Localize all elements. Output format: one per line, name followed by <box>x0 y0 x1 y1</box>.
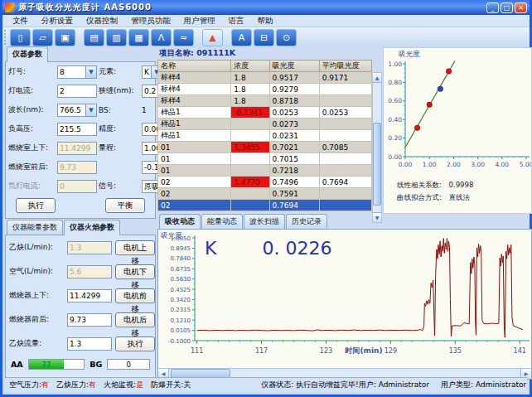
wavelength-select[interactable]: 766.5▼ <box>57 104 97 117</box>
scroll-thumb[interactable] <box>373 123 381 206</box>
user-type-label: 用户类型: <box>441 380 473 389</box>
table-row[interactable]: 010.7218 <box>158 165 372 177</box>
menu-分析设置[interactable]: 分析设置 <box>35 16 80 27</box>
scroll-up-arrow[interactable]: ▲ <box>373 73 381 83</box>
power-icon[interactable]: ⊙ <box>276 29 297 46</box>
motor-up-button[interactable]: 电机上移 <box>115 240 155 255</box>
motor-down-button[interactable]: 电机下移 <box>115 264 155 279</box>
table-row[interactable]: 标样41.80.8718 <box>158 95 372 107</box>
menu-用户管理[interactable]: 用户管理 <box>177 16 222 27</box>
tab-absorption-dynamic[interactable]: 吸收动态 <box>159 214 201 230</box>
table-row[interactable]: 样品10.0231 <box>158 130 372 142</box>
new-icon[interactable]: ▯ <box>10 29 31 46</box>
lamp-panel-2-icon[interactable]: ▥ <box>106 29 127 46</box>
tab-energy-params[interactable]: 仪器能量参数 <box>7 220 63 235</box>
balance-button[interactable]: 平衡 <box>105 198 145 213</box>
cell-name: 02 <box>158 200 231 211</box>
user-label: 用户: <box>359 380 376 389</box>
lamp-panel-2-glyph: ▥ <box>112 32 120 43</box>
power-glyph: ⊙ <box>283 32 290 43</box>
menu-文件[interactable]: 文件 <box>6 16 35 27</box>
cell-concentration <box>231 153 269 165</box>
table-row[interactable]: 样品1-0.12410.02530.0253 <box>158 107 372 119</box>
execute-button[interactable]: 执行 <box>16 198 56 213</box>
burner-frontback-input[interactable]: 9.73 <box>67 313 112 327</box>
aa-energy-meter: 77 <box>28 359 85 370</box>
maximize-button[interactable]: □ <box>501 2 513 13</box>
motor-back-button[interactable]: 电机后移 <box>115 312 155 327</box>
calibration-y-axis-label: 吸光度 <box>384 48 531 59</box>
correlation-label: 线性相关系数: <box>397 181 442 189</box>
svg-text:3.00: 3.00 <box>471 161 485 168</box>
burner-updown-input[interactable]: 11.4299 <box>67 289 112 303</box>
lamp-current-input[interactable]: 2 <box>57 85 97 98</box>
table-row[interactable]: 标样41.80.9279 <box>158 84 372 95</box>
menu-管理员功能[interactable]: 管理员功能 <box>124 16 177 27</box>
column-header-2[interactable]: 吸光度 <box>269 61 319 72</box>
open-icon[interactable]: ▱ <box>32 29 53 46</box>
app-window: 原子吸收分光光度计 AAS6000 _□✕ 文件分析设置仪器控制管理员功能用户管… <box>0 0 532 397</box>
cell-avg-absorbance: 0.0253 <box>319 107 371 119</box>
lamp-panel-3-icon[interactable]: ▦ <box>128 29 149 46</box>
status-right-group: 用户: Administrator 用户类型: Administrator <box>359 380 527 390</box>
bs-label: BS: <box>99 106 140 114</box>
status-value: 有 <box>89 380 96 389</box>
svg-text:0.00: 0.00 <box>388 153 402 161</box>
svg-text:2.00: 2.00 <box>447 161 461 168</box>
cell-concentration: 1.3455 <box>231 142 269 153</box>
negative-hv-label: 负高压: <box>8 123 56 134</box>
cell-name: 02 <box>158 177 231 188</box>
svg-text:0.60: 0.60 <box>388 97 402 104</box>
cell-absorbance: 0.7218 <box>269 165 319 177</box>
tab-flame-params[interactable]: 仪器火焰参数 <box>64 220 120 235</box>
autosampler-icon[interactable]: A <box>231 29 252 46</box>
tab-wavelength-scan[interactable]: 波长扫描 <box>244 214 285 229</box>
table-row[interactable]: 样品10.0273 <box>158 119 372 130</box>
print-glyph: ⊟ <box>260 32 268 43</box>
print-icon[interactable]: ⊟ <box>254 29 274 46</box>
lamp-panel-1-glyph: ▤ <box>89 32 98 43</box>
acetylene-flow-input[interactable]: 1.3 <box>67 337 112 351</box>
table-row[interactable]: 011.34550.70210.7085 <box>158 142 372 153</box>
menu-帮助[interactable]: 帮助 <box>251 16 280 27</box>
cell-absorbance: 0.7694 <box>269 200 319 211</box>
motor-forward-button[interactable]: 电机前移 <box>115 288 155 303</box>
table-row[interactable]: 010.7015 <box>158 153 372 165</box>
table-row[interactable]: 020.7694 <box>158 200 372 211</box>
lamp-number-select[interactable]: 8▼ <box>57 65 97 79</box>
titlebar[interactable]: 原子吸收分光光度计 AAS6000 _□✕ <box>2 0 530 15</box>
flame-tabstrip: 仪器能量参数仪器火焰参数 <box>5 220 156 235</box>
close-button[interactable]: ✕ <box>515 2 527 13</box>
table-row[interactable]: 021.47700.74960.7694 <box>158 177 372 188</box>
flame-icon[interactable]: ▲ <box>202 29 223 46</box>
acetylene-flow-label: 乙炔流量: <box>9 338 64 349</box>
lamp-panel-1-icon[interactable]: ▤ <box>84 29 104 46</box>
flame-execute-button[interactable]: 执行 <box>115 336 155 351</box>
tab-instrument-params[interactable]: 仪器参数 <box>7 46 48 62</box>
window-title: 原子吸收分光光度计 AAS6000 <box>18 2 152 13</box>
column-header-0[interactable]: 名称 <box>158 61 231 72</box>
air-label: 空气(L/min): <box>9 266 64 277</box>
table-vertical-scrollbar[interactable]: ▲ ▼ <box>372 72 382 223</box>
table-row[interactable]: 标样41.80.95170.9171 <box>158 72 372 84</box>
cell-avg-absorbance: 0.9171 <box>319 72 371 84</box>
dynamic-panel: 吸收动态能量动态波长扫描历史记录 吸光度 K 0. 0226 1.00500.8… <box>157 215 532 380</box>
tab-history[interactable]: 历史记录 <box>286 214 327 229</box>
cell-concentration <box>231 188 269 200</box>
tab-energy-dynamic[interactable]: 能量动态 <box>201 214 243 229</box>
column-header-1[interactable]: 浓度 <box>231 61 269 72</box>
gas-control-icon[interactable]: ≈ <box>173 29 194 46</box>
menu-仪器控制[interactable]: 仪器控制 <box>80 16 124 27</box>
d2-lamp-current-label: 氘灯电流: <box>8 181 56 191</box>
menu-语言[interactable]: 语言 <box>222 16 251 27</box>
table-row[interactable]: 020.7591 <box>158 188 372 200</box>
negative-hv-input[interactable]: 215.5 <box>57 123 97 136</box>
column-header-3[interactable]: 平均吸光度 <box>319 61 371 72</box>
chevron-down-icon[interactable]: ▼ <box>85 65 97 79</box>
chevron-down-icon[interactable]: ▼ <box>85 104 97 117</box>
save-icon[interactable]: ▣ <box>55 29 75 46</box>
wavelength-value: 766.5 <box>57 104 85 117</box>
slit-value: 0.2 <box>142 85 157 98</box>
wavelength-peak-icon[interactable]: Λ <box>151 29 172 46</box>
minimize-button[interactable]: _ <box>486 2 499 13</box>
